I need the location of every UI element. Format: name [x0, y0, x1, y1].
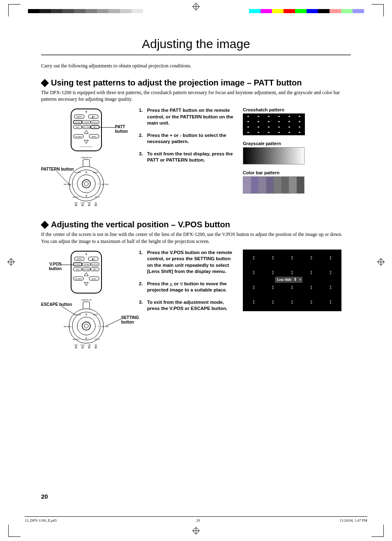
svg-point-90 — [75, 347, 77, 348]
svg-point-45 — [88, 204, 90, 206]
leader-line-icon — [106, 319, 122, 327]
svg-text:ZOOM: ZOOM — [84, 264, 89, 266]
section1-row: AUTO ⏻/I V.POS ZOOM FOCUS IRIS SETTING P… — [41, 107, 351, 208]
svg-text:ESCAPE: ESCAPE — [75, 136, 82, 138]
svg-text:⏻/I: ⏻/I — [92, 258, 95, 260]
crop-mark — [8, 525, 21, 537]
svg-point-96 — [95, 347, 97, 348]
svg-text:ASPECT: ASPECT — [73, 196, 80, 198]
crop-mark — [371, 4, 384, 16]
svg-text:MENU: MENU — [92, 136, 97, 138]
leader-line-icon — [99, 127, 115, 128]
remote-control-icon: AUTO ⏻/I V.POS ZOOM FOCUS IRIS SETTING P… — [64, 250, 109, 295]
svg-text:IRIS: IRIS — [76, 268, 79, 270]
section-heading-patt: Using test patterns to adjust the projec… — [41, 78, 351, 88]
section-heading-text: Using test patterns to adjust the projec… — [51, 78, 302, 88]
svg-text:INPUT: INPUT — [95, 338, 100, 340]
svg-text:MENU: MENU — [93, 171, 98, 173]
triangle-updown-icon: ▲▼ — [294, 277, 297, 282]
svg-text:STANDBY/ON: STANDBY/ON — [81, 299, 92, 301]
svg-point-47 — [95, 204, 97, 206]
svg-text:PATT: PATT — [93, 268, 97, 270]
svg-point-30 — [84, 182, 88, 186]
callout-vpos: V.POS button — [41, 262, 62, 271]
steps-column: 1.Press the PATT button on the remote co… — [139, 107, 235, 169]
svg-text:LAMP: LAMP — [74, 344, 78, 346]
registration-mark-icon — [378, 259, 384, 265]
step-item: 2.Press the or button to move the projec… — [139, 281, 235, 294]
svg-text:FOCUS: FOCUS — [92, 264, 98, 266]
svg-text:▼: ▼ — [85, 195, 88, 197]
registration-mark-icon — [8, 259, 14, 265]
svg-text:PATT: PATT — [93, 126, 97, 128]
svg-text:TEMP: TEMP — [88, 344, 91, 346]
callout-setting: SETTING button — [121, 315, 139, 324]
crosshatch-pattern-box: Crosshatch pattern — [243, 107, 351, 135]
svg-point-94 — [88, 347, 90, 348]
bars-icon: ≡ — [299, 277, 300, 282]
intro-text: Carry out the following adjustments to o… — [41, 63, 351, 69]
section-heading-vpos: Adjusting the vertical position – V.POS … — [41, 220, 351, 229]
svg-text:ESCAPE: ESCAPE — [75, 278, 82, 280]
grayscale-calibration-strip — [28, 9, 143, 13]
page-number: 20 — [41, 493, 48, 500]
section2-row: AUTO ⏻/I V.POS ZOOM FOCUS IRIS SETTING P… — [41, 250, 351, 351]
svg-text:MENU: MENU — [92, 278, 97, 280]
svg-point-43 — [82, 204, 83, 206]
svg-point-92 — [82, 347, 83, 348]
callout-pattern: PATTERN button — [41, 167, 74, 171]
svg-text:FAN: FAN — [95, 202, 97, 204]
svg-text:AUTO: AUTO — [76, 116, 82, 118]
pattern-label: Color bar pattern — [243, 170, 351, 175]
lens-shift-text: Lens Shift — [277, 278, 291, 282]
svg-point-41 — [75, 204, 77, 206]
page-title: Adjusting the image — [41, 29, 351, 55]
triangle-up-icon — [170, 281, 173, 286]
step-item: 3.To exit from the adjustment mode, pres… — [139, 299, 235, 312]
color-calibration-strip — [249, 9, 364, 13]
leader-line-icon — [61, 264, 73, 265]
remote-control-icon: AUTO ⏻/I V.POS ZOOM FOCUS IRIS SETTING P… — [64, 107, 109, 153]
step-item: 1.Press the PATT button on the remote co… — [139, 107, 235, 127]
colorbar-pattern-icon — [243, 176, 304, 194]
svg-text:ZOOM: ZOOM — [84, 121, 89, 123]
svg-text:TEMP: TEMP — [88, 202, 91, 204]
diagram-column: AUTO ⏻/I V.POS ZOOM FOCUS IRIS SETTING P… — [41, 107, 131, 208]
footer-datetime: 11/26/04, 1:47 PM — [340, 518, 367, 523]
svg-text:▼: ▼ — [85, 337, 88, 340]
svg-line-98 — [62, 306, 76, 315]
svg-point-51 — [86, 253, 87, 254]
lens-shift-osd-label: Lens Shift ▲▼ ≡ — [275, 277, 302, 283]
diagram-column: AUTO ⏻/I V.POS ZOOM FOCUS IRIS SETTING P… — [41, 250, 131, 351]
svg-point-79 — [84, 324, 88, 328]
colorbar-pattern-box: Color bar pattern — [243, 170, 351, 194]
leader-line-icon — [57, 171, 71, 188]
footer-file: 12_DPX-1100_E.p65 — [25, 518, 57, 523]
svg-text:V.POS: V.POS — [75, 264, 80, 266]
footer-page: 20 — [196, 518, 200, 523]
svg-text:COVER: COVER — [81, 344, 85, 346]
triangle-down-icon — [180, 281, 183, 286]
svg-text:SETTING: SETTING — [101, 183, 108, 185]
svg-text:PATTERN: PATTERN — [64, 326, 71, 328]
registration-mark-icon — [193, 528, 199, 534]
section-body: If the center of the screen is not in li… — [41, 231, 351, 244]
footer: 12_DPX-1100_E.p65 20 11/26/04, 1:47 PM — [25, 516, 367, 523]
step-item: 2.Press the + or - button to select the … — [139, 132, 235, 145]
svg-text:▲: ▲ — [85, 313, 88, 315]
svg-text:COVER: COVER — [81, 202, 85, 204]
section-body: The DPX-1200 is equipped with three test… — [41, 89, 351, 102]
crop-mark — [8, 4, 21, 16]
crosshatch-pattern-icon — [243, 113, 305, 135]
step-item: 1.Press the V.POS button on the remote c… — [139, 250, 235, 275]
svg-text:LAMP: LAMP — [74, 202, 78, 204]
callout-patt: PATT button — [115, 125, 131, 134]
diamond-bullet-icon — [41, 221, 49, 229]
pattern-label: Grayscale pattern — [243, 141, 351, 146]
grayscale-pattern-icon — [243, 147, 304, 164]
grayscale-pattern-box: Grayscale pattern — [243, 141, 351, 164]
svg-text:STANDBY/ON: STANDBY/ON — [81, 157, 92, 159]
svg-text:IRIS: IRIS — [76, 126, 79, 128]
svg-text:▲: ▲ — [85, 171, 88, 173]
svg-text:INPUT: INPUT — [95, 196, 100, 198]
